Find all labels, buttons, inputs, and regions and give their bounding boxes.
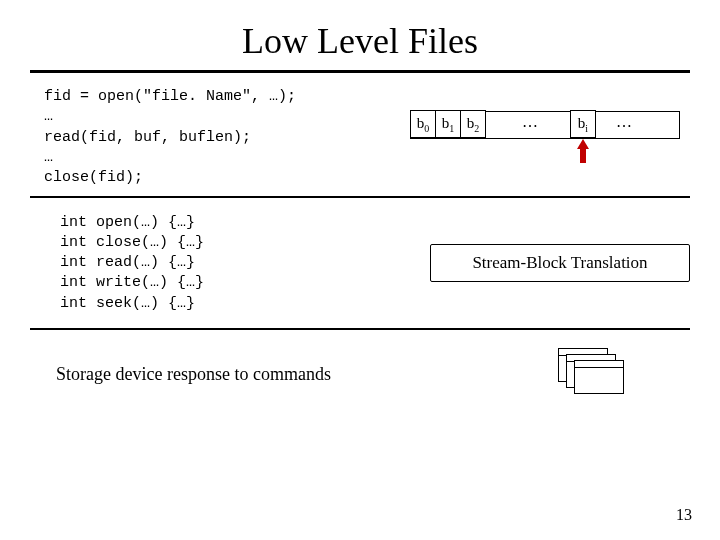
block-b1-sub: 1 bbox=[449, 123, 454, 134]
block-bi-sub: i bbox=[585, 123, 588, 134]
page-number: 13 bbox=[676, 506, 692, 524]
block-b0-sub: 0 bbox=[424, 123, 429, 134]
slide-title: Low Level Files bbox=[0, 0, 720, 70]
stacked-windows-icon bbox=[558, 348, 630, 400]
block-ribbon: b0 b1 b2 … bi … bbox=[410, 111, 690, 171]
stream-block-translation-box: Stream-Block Translation bbox=[430, 244, 690, 282]
block-cell-b1: b1 bbox=[435, 110, 461, 138]
row-api-and-blocks: fid = open("file. Name", …); … read(fid,… bbox=[0, 73, 720, 196]
arrow-head-icon bbox=[577, 139, 589, 149]
block-cell-b0: b0 bbox=[410, 110, 436, 138]
storage-caption: Storage device response to commands bbox=[56, 364, 558, 385]
slide: Low Level Files fid = open("file. Name",… bbox=[0, 0, 720, 540]
arrow-stem-icon bbox=[580, 149, 586, 163]
row-impl-and-sbt: int open(…) {…} int close(…) {…} int rea… bbox=[0, 198, 720, 328]
block-b2-sub: 2 bbox=[474, 123, 479, 134]
api-code-block: fid = open("file. Name", …); … read(fid,… bbox=[44, 87, 410, 188]
block-ellipsis-tail: … bbox=[604, 110, 644, 138]
window-icon bbox=[574, 360, 624, 394]
row-storage: Storage device response to commands bbox=[0, 330, 720, 400]
impl-code-block: int open(…) {…} int close(…) {…} int rea… bbox=[60, 213, 410, 314]
block-cell-bi: bi bbox=[570, 110, 596, 138]
block-cell-b2: b2 bbox=[460, 110, 486, 138]
block-ellipsis-mid: … bbox=[500, 110, 560, 138]
